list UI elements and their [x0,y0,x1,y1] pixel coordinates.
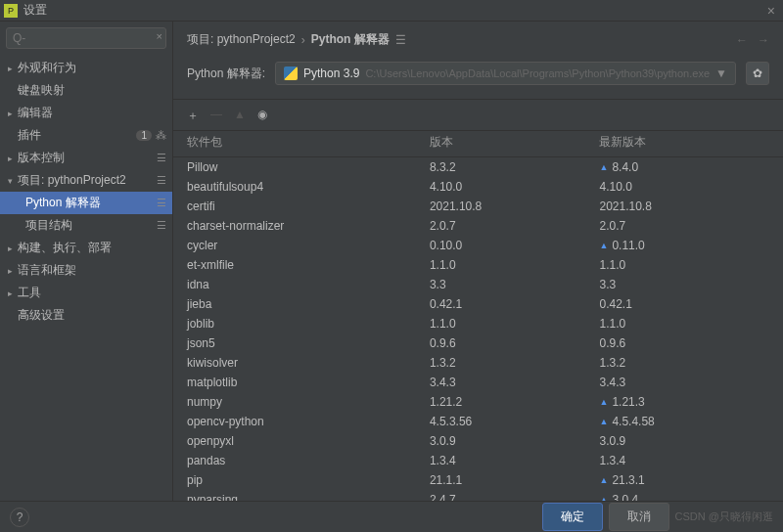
pkg-version: 0.9.6 [430,336,600,350]
upgrade-package-icon[interactable]: ▲ [234,108,246,124]
badge: 1 [136,130,152,141]
sidebar-item[interactable]: ▸外观和行为 [0,57,172,79]
col-name[interactable]: 软件包 [187,134,430,151]
pkg-name: et-xmlfile [187,258,430,272]
pkg-name: certifi [187,200,430,213]
pkg-name: pip [187,473,430,487]
table-row[interactable]: cycler0.10.0▲0.11.0 [173,236,783,255]
sidebar-item-label: 语言和框架 [18,262,76,279]
python-logo-icon [284,66,298,80]
breadcrumb-current: Python 解释器 [311,31,390,48]
sidebar-item[interactable]: 插件1⁂ [0,124,172,147]
pkg-latest: 3.3 [599,278,769,291]
sidebar-item[interactable]: ▸语言和框架 [0,259,172,282]
pkg-name: openpyxl [187,434,430,448]
pkg-version: 3.4.3 [430,376,600,389]
table-row[interactable]: json50.9.60.9.6 [173,333,783,353]
search-input[interactable] [6,27,166,49]
caret-icon: ▸ [8,109,18,118]
pkg-name: beautifulsoup4 [187,180,430,194]
interpreter-dropdown[interactable]: Python 3.9 C:\Users\Lenovo\AppData\Local… [275,62,736,85]
sidebar-item[interactable]: Python 解释器☰ [0,192,172,214]
caret-icon: ▸ [8,154,18,163]
project-mark-icon: ☰ [157,219,166,232]
pkg-name: charset-normalizer [187,219,430,233]
pkg-name: pandas [187,454,430,467]
table-row[interactable]: numpy1.21.2▲1.21.3 [173,392,783,412]
sidebar-item-label: 工具 [18,285,41,301]
pkg-latest: ▲0.11.0 [599,239,769,252]
table-row[interactable]: pyparsing2.4.7▲3.0.4 [173,490,783,501]
pkg-latest: 3.0.9 [599,434,769,448]
table-row[interactable]: pip21.1.1▲21.3.1 [173,470,783,490]
nav-back-icon[interactable]: ← [736,33,748,47]
col-latest[interactable]: 最新版本 [599,134,769,151]
settings-tree: ▸外观和行为键盘映射▸编辑器插件1⁂▸版本控制☰▾项目: pythonProje… [0,55,172,501]
chevron-down-icon: ▼ [715,66,727,80]
pkg-name: json5 [187,336,430,350]
project-mark-icon: ☰ [157,174,166,187]
sidebar-item[interactable]: ▸编辑器 [0,102,172,124]
sidebar-item-label: 插件 [18,127,41,144]
gear-icon[interactable]: ✿ [746,62,769,85]
sidebar-item[interactable]: 高级设置 [0,304,172,327]
help-icon[interactable]: ? [10,508,29,527]
caret-icon: ▸ [8,288,18,298]
sidebar-item-label: 构建、执行、部署 [18,240,112,256]
sidebar-item-label: 项目: pythonProject2 [18,172,126,189]
breadcrumb-project[interactable]: 项目: pythonProject2 [187,31,296,48]
pkg-version: 1.1.0 [430,317,600,331]
sidebar-item-label: 项目结构 [25,217,72,234]
pkg-name: pyparsing [187,493,430,501]
clear-search-icon[interactable]: × [157,30,162,42]
sidebar-item-label: Python 解释器 [25,195,101,211]
table-row[interactable]: openpyxl3.0.93.0.9 [173,431,783,451]
pkg-latest: 1.3.4 [599,454,769,467]
pkg-version: 0.10.0 [430,239,600,252]
add-package-icon[interactable]: ＋ [187,108,199,124]
sidebar-item[interactable]: 项目结构☰ [0,214,172,237]
table-row[interactable]: matplotlib3.4.33.4.3 [173,373,783,392]
sidebar-item[interactable]: ▸工具 [0,282,172,304]
breadcrumb: 项目: pythonProject2 › Python 解释器 ☰ ← → [173,22,783,52]
pkg-version: 1.3.4 [430,454,600,467]
remove-package-icon[interactable]: — [210,108,222,124]
table-row[interactable]: opencv-python4.5.3.56▲4.5.4.58 [173,412,783,431]
sidebar-item[interactable]: ▾项目: pythonProject2☰ [0,169,172,192]
pkg-latest: 4.10.0 [599,180,769,194]
table-row[interactable]: Pillow8.3.2▲8.4.0 [173,157,783,177]
sidebar-item[interactable]: ▸版本控制☰ [0,147,172,169]
pkg-version: 4.5.3.56 [430,415,600,428]
pkg-latest: 1.1.0 [599,317,769,331]
close-icon[interactable]: × [763,3,779,19]
table-row[interactable]: pandas1.3.41.3.4 [173,451,783,470]
pkg-name: jieba [187,297,430,311]
ok-button[interactable]: 确定 [542,503,603,531]
sidebar-item[interactable]: 键盘映射 [0,79,172,102]
table-row[interactable]: et-xmlfile1.1.01.1.0 [173,255,783,275]
pkg-version: 2.0.7 [430,219,600,233]
pkg-version: 0.42.1 [430,297,600,311]
col-version[interactable]: 版本 [430,134,600,151]
reset-icon[interactable]: ☰ [395,33,406,47]
project-mark-icon: ☰ [157,197,166,209]
pkg-version: 3.0.9 [430,434,600,448]
cancel-button[interactable]: 取消 [609,503,669,531]
package-table: 软件包 版本 最新版本 Pillow8.3.2▲8.4.0beautifulso… [173,131,783,501]
pkg-latest: ▲21.3.1 [599,473,769,487]
dialog-footer: ? 确定 取消 CSDN @只晓得闲逛 [0,501,783,532]
table-row[interactable]: beautifulsoup44.10.04.10.0 [173,177,783,197]
table-row[interactable]: certifi2021.10.82021.10.8 [173,197,783,216]
pkg-version: 8.3.2 [430,160,600,174]
pkg-latest: 1.3.2 [599,356,769,370]
sidebar-item[interactable]: ▸构建、执行、部署 [0,237,172,259]
table-row[interactable]: jieba0.42.10.42.1 [173,294,783,314]
table-row[interactable]: kiwisolver1.3.21.3.2 [173,353,783,373]
nav-forward-icon[interactable]: → [758,33,769,47]
app-logo-icon: P [4,4,18,18]
table-row[interactable]: joblib1.1.01.1.0 [173,314,783,333]
table-row[interactable]: charset-normalizer2.0.72.0.7 [173,216,783,236]
show-early-releases-icon[interactable]: ◉ [257,108,267,124]
table-row[interactable]: idna3.33.3 [173,275,783,294]
pkg-version: 2.4.7 [430,493,600,501]
